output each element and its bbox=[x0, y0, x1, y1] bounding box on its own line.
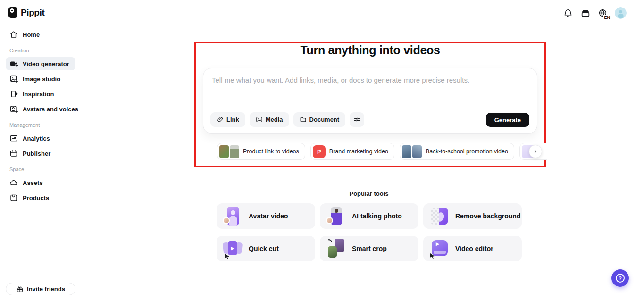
page-title: Turn anything into videos bbox=[196, 43, 544, 57]
suggestion-more bbox=[519, 143, 547, 161]
popular-tools-grid: Avatar video AI talking photo Remove bac… bbox=[217, 203, 522, 261]
gift-icon bbox=[16, 285, 24, 293]
generate-button[interactable]: Generate bbox=[486, 113, 529, 127]
sidebar-item-label: Products bbox=[23, 194, 49, 201]
sidebar-item-analytics[interactable]: Analytics bbox=[6, 132, 75, 145]
sidebar-item-inspiration[interactable]: Inspiration bbox=[6, 87, 75, 100]
brand-logo-icon bbox=[8, 7, 17, 18]
tool-avatar-video[interactable]: Avatar video bbox=[217, 203, 315, 229]
sliders-icon bbox=[353, 116, 360, 123]
sidebar-item-avatars-and-voices[interactable]: Avatars and voices bbox=[6, 102, 75, 116]
settings-sliders-button[interactable] bbox=[350, 112, 364, 127]
suggestion-thumbnail bbox=[402, 145, 422, 158]
brand-name: Pippit bbox=[21, 8, 44, 18]
prompt-card: Link Media Document bbox=[203, 68, 537, 134]
brand-logo[interactable]: Pippit bbox=[8, 7, 44, 18]
video-plus-icon bbox=[9, 59, 18, 68]
folder-icon bbox=[300, 116, 307, 123]
sidebar-item-label: Publisher bbox=[23, 150, 50, 157]
sidebar-item-label: Image studio bbox=[23, 75, 60, 83]
avatar-card-icon bbox=[9, 105, 18, 113]
calendar-icon bbox=[9, 149, 18, 158]
link-button-label: Link bbox=[226, 116, 239, 123]
tool-remove-background[interactable]: Remove background bbox=[423, 203, 522, 229]
tool-quick-cut[interactable]: ▶ Quick cut bbox=[217, 236, 315, 261]
remove-background-thumbnail bbox=[429, 206, 449, 226]
suggestion-label: Back-to-school promotion video bbox=[426, 148, 508, 155]
tool-label: Quick cut bbox=[249, 245, 279, 252]
generate-button-label: Generate bbox=[494, 117, 521, 124]
document-button-label: Document bbox=[309, 116, 340, 123]
link-button[interactable]: Link bbox=[210, 112, 245, 127]
avatar-video-thumbnail bbox=[223, 206, 243, 226]
notification-bell-icon[interactable] bbox=[562, 8, 574, 19]
tool-label: Smart crop bbox=[352, 245, 387, 252]
quick-cut-thumbnail: ▶ bbox=[223, 238, 243, 259]
topbar-actions: EN bbox=[562, 7, 627, 19]
suggestion-chips: Product link to videos P Brand marketing… bbox=[217, 143, 547, 161]
tool-video-editor[interactable]: Video editor bbox=[423, 236, 522, 261]
suggestion-label: Product link to videos bbox=[243, 148, 299, 155]
sidebar: Home Creation Video generator Image stud… bbox=[6, 28, 75, 206]
card-stack-icon[interactable] bbox=[580, 8, 591, 19]
sidebar-section-management: Management bbox=[9, 122, 75, 128]
sidebar-item-publisher[interactable]: Publisher bbox=[6, 147, 75, 160]
tool-label: Remove background bbox=[455, 212, 520, 220]
sidebar-item-home[interactable]: Home bbox=[6, 28, 75, 41]
image-icon bbox=[256, 116, 263, 123]
smart-crop-thumbnail bbox=[326, 238, 346, 259]
sidebar-section-creation: Creation bbox=[9, 48, 75, 53]
attach-buttons: Link Media Document bbox=[210, 112, 364, 127]
help-button[interactable]: ? bbox=[611, 269, 629, 287]
chevron-right-icon bbox=[533, 149, 538, 154]
sidebar-item-label: Analytics bbox=[23, 135, 50, 142]
suggestion-brand-marketing-video[interactable]: P Brand marketing video bbox=[310, 143, 394, 160]
suggestion-thumbnail bbox=[219, 145, 239, 158]
tool-label: Video editor bbox=[455, 245, 493, 252]
image-plus-icon bbox=[9, 75, 18, 83]
prompt-input[interactable] bbox=[212, 76, 529, 103]
suggestion-label: Brand marketing video bbox=[329, 148, 388, 155]
suggestion-product-link-to-videos[interactable]: Product link to videos bbox=[217, 143, 305, 160]
sidebar-item-label: Assets bbox=[23, 179, 43, 186]
question-mark-icon: ? bbox=[616, 274, 625, 283]
invite-friends-label: Invite friends bbox=[27, 285, 65, 293]
home-icon bbox=[9, 30, 18, 39]
cloud-icon bbox=[9, 178, 18, 187]
sidebar-item-video-generator[interactable]: Video generator bbox=[6, 57, 75, 70]
sidebar-section-space: Space bbox=[9, 167, 75, 172]
brand-p-badge: P bbox=[313, 145, 326, 158]
sidebar-item-label: Video generator bbox=[23, 60, 69, 67]
tool-smart-crop[interactable]: Smart crop bbox=[320, 236, 418, 261]
video-editor-thumbnail bbox=[429, 238, 449, 259]
sidebar-item-label: Home bbox=[23, 31, 40, 38]
curved-arrow-icon bbox=[327, 238, 333, 243]
user-avatar[interactable] bbox=[615, 7, 627, 19]
tool-ai-talking-photo[interactable]: AI talking photo bbox=[320, 203, 418, 229]
ai-talking-photo-thumbnail bbox=[326, 206, 346, 226]
tool-label: AI talking photo bbox=[352, 212, 402, 220]
popular-tools-title: Popular tools bbox=[217, 190, 521, 197]
sidebar-item-label: Avatars and voices bbox=[23, 106, 78, 113]
paperclip-icon bbox=[217, 116, 224, 123]
product-bag-icon bbox=[9, 193, 18, 202]
sidebar-item-image-studio[interactable]: Image studio bbox=[6, 72, 75, 85]
document-button[interactable]: Document bbox=[293, 112, 346, 127]
sidebar-item-label: Inspiration bbox=[23, 91, 54, 98]
language-label: EN bbox=[603, 15, 611, 20]
invite-friends-button[interactable]: Invite friends bbox=[6, 283, 75, 295]
tool-label: Avatar video bbox=[249, 212, 288, 220]
sidebar-item-assets[interactable]: Assets bbox=[6, 176, 75, 189]
media-button[interactable]: Media bbox=[250, 112, 289, 127]
globe-language-icon[interactable]: EN bbox=[597, 8, 609, 19]
inspiration-icon bbox=[9, 90, 18, 98]
suggestion-back-to-school-promotion-video[interactable]: Back-to-school promotion video bbox=[400, 143, 514, 160]
highlighted-region-video-generator: Turn anything into videos Link Media bbox=[194, 42, 546, 167]
suggestions-next-button[interactable] bbox=[529, 145, 542, 158]
media-button-label: Media bbox=[266, 116, 283, 123]
sidebar-item-products[interactable]: Products bbox=[6, 191, 75, 204]
analytics-chart-icon bbox=[9, 134, 18, 142]
